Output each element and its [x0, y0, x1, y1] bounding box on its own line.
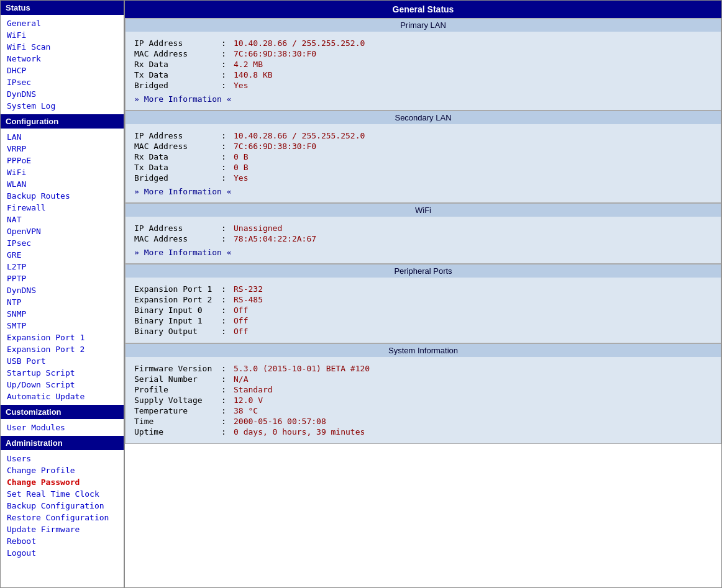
sidebar-item-users[interactable]: Users [1, 453, 124, 464]
field-label-3: Binary Input 1 [134, 315, 221, 326]
sidebar-item-expansion-port-1[interactable]: Expansion Port 1 [1, 332, 124, 343]
sidebar-item-set-real-time-clock[interactable]: Set Real Time Clock [1, 488, 124, 500]
sidebar-item-dyndns-config[interactable]: DynDNS [1, 284, 124, 296]
field-colon-1: : [221, 374, 234, 384]
field-label-1: MAC Address [134, 233, 221, 244]
more-info-link-1[interactable]: » More Information « [134, 187, 232, 196]
field-label-5: Time [134, 416, 221, 427]
sidebar-section-administration: UsersChange ProfileChange PasswordSet Re… [1, 450, 124, 561]
sidebar-item-lan[interactable]: LAN [1, 131, 124, 143]
field-label-2: Binary Input 0 [134, 305, 221, 315]
sidebar-item-pppoe[interactable]: PPPoE [1, 155, 124, 166]
field-colon-3: : [221, 395, 234, 405]
sidebar-item-update-firmware[interactable]: Update Firmware [1, 523, 124, 535]
section-wifi: WiFiIP Address:UnassignedMAC Address:78:… [125, 203, 721, 264]
sidebar-item-backup-configuration[interactable]: Backup Configuration [1, 500, 124, 512]
sidebar-item-gre[interactable]: GRE [1, 249, 124, 261]
sidebar-item-usb-port[interactable]: USB Port [1, 355, 124, 367]
sidebar-item-pptp[interactable]: PPTP [1, 273, 124, 284]
field-colon-0: : [221, 363, 234, 374]
table-row: MAC Address:78:A5:04:22:2A:67 [134, 233, 316, 244]
field-label-4: Bridged [134, 173, 221, 183]
sidebar-item-smtp[interactable]: SMTP [1, 320, 124, 332]
field-value-4: 38 °C [234, 405, 370, 416]
table-row: IP Address:Unassigned [134, 223, 316, 233]
section-content-3: Expansion Port 1:RS-232Expansion Port 2:… [126, 278, 721, 343]
sidebar-item-ipsec-config[interactable]: IPsec [1, 237, 124, 249]
field-value-4: Yes [234, 80, 365, 91]
sidebar-item-openvpn[interactable]: OpenVPN [1, 225, 124, 237]
field-value-0: 10.40.28.66 / 255.255.252.0 [234, 38, 365, 48]
sidebar-item-restore-configuration[interactable]: Restore Configuration [1, 512, 124, 523]
table-row: Supply Voltage:12.0 V [134, 395, 370, 405]
field-value-1: 7C:66:9D:38:30:F0 [234, 48, 365, 59]
field-colon-0: : [221, 284, 234, 294]
field-colon-4: : [221, 173, 234, 183]
sidebar-item-l2tp[interactable]: L2TP [1, 261, 124, 273]
info-table-0: IP Address:10.40.28.66 / 255.255.252.0MA… [134, 38, 365, 91]
field-value-2: Standard [234, 384, 370, 395]
field-value-1: N/A [234, 374, 370, 384]
field-value-0: 10.40.28.66 / 255.255.252.0 [234, 130, 365, 141]
sidebar-section-configuration: LANVRRPPPPoEWiFiWLANBackup RoutesFirewal… [1, 129, 124, 405]
sidebar-item-vrrp[interactable]: VRRP [1, 143, 124, 155]
sidebar-item-ntp[interactable]: NTP [1, 296, 124, 308]
field-colon-4: : [221, 326, 234, 337]
sidebar-item-dhcp[interactable]: DHCP [1, 65, 124, 76]
table-row: Firmware Version:5.3.0 (2015-10-01) BETA… [134, 363, 370, 374]
sidebar-item-user-modules[interactable]: User Modules [1, 422, 124, 433]
section-system-information: System InformationFirmware Version:5.3.0… [125, 343, 721, 444]
table-row: Expansion Port 2:RS-485 [134, 294, 263, 305]
sidebar-item-nat[interactable]: NAT [1, 214, 124, 225]
sidebar-item-automatic-update[interactable]: Automatic Update [1, 391, 124, 402]
field-label-0: IP Address [134, 223, 221, 233]
sidebar-item-backup-routes[interactable]: Backup Routes [1, 190, 124, 202]
field-label-0: IP Address [134, 38, 221, 48]
field-colon-0: : [221, 130, 234, 141]
info-table-4: Firmware Version:5.3.0 (2015-10-01) BETA… [134, 363, 370, 437]
section-content-1: IP Address:10.40.28.66 / 255.255.252.0MA… [126, 124, 721, 202]
sidebar-item-wifi-config[interactable]: WiFi [1, 166, 124, 178]
sidebar-item-dyndns-status[interactable]: DynDNS [1, 88, 124, 100]
field-colon-1: : [221, 48, 234, 59]
main-title: General Status [125, 1, 721, 18]
field-value-0: Unassigned [234, 223, 316, 233]
sidebar-item-reboot[interactable]: Reboot [1, 535, 124, 547]
table-row: Temperature:38 °C [134, 405, 370, 416]
sidebar-item-change-profile[interactable]: Change Profile [1, 464, 124, 476]
table-row: Binary Input 1:Off [134, 315, 263, 326]
sidebar-section-header-status: Status [1, 1, 124, 15]
more-info-link-2[interactable]: » More Information « [134, 248, 232, 257]
section-header-2: WiFi [126, 204, 721, 217]
sidebar-section-header-configuration: Configuration [1, 114, 124, 129]
field-colon-3: : [221, 162, 234, 173]
field-colon-5: : [221, 416, 234, 427]
field-colon-1: : [221, 141, 234, 152]
sidebar-item-up-down-script[interactable]: Up/Down Script [1, 379, 124, 391]
field-value-1: RS-485 [234, 294, 263, 305]
sidebar-section-header-administration: Administration [1, 436, 124, 450]
sidebar-item-change-password[interactable]: Change Password [1, 476, 124, 488]
sidebar-item-network[interactable]: Network [1, 53, 124, 65]
sidebar-item-logout[interactable]: Logout [1, 547, 124, 559]
sidebar-item-wifi[interactable]: WiFi [1, 29, 124, 41]
sidebar-item-wifi-scan[interactable]: WiFi Scan [1, 41, 124, 53]
field-colon-0: : [221, 223, 234, 233]
field-colon-3: : [221, 70, 234, 80]
sidebar-item-general[interactable]: General [1, 17, 124, 29]
sidebar-section-status: GeneralWiFiWiFi ScanNetworkDHCPIPsecDynD… [1, 15, 124, 114]
field-value-1: 78:A5:04:22:2A:67 [234, 233, 316, 244]
field-colon-0: : [221, 38, 234, 48]
field-label-4: Binary Output [134, 326, 221, 337]
sidebar-item-snmp[interactable]: SNMP [1, 308, 124, 320]
sidebar-item-wlan[interactable]: WLAN [1, 178, 124, 190]
sidebar-item-startup-script[interactable]: Startup Script [1, 367, 124, 379]
sidebar-item-ipsec-status[interactable]: IPsec [1, 76, 124, 88]
sidebar-item-system-log[interactable]: System Log [1, 100, 124, 112]
field-label-4: Bridged [134, 80, 221, 91]
table-row: Uptime:0 days, 0 hours, 39 minutes [134, 427, 370, 437]
sidebar-item-firewall[interactable]: Firewall [1, 202, 124, 214]
field-label-4: Temperature [134, 405, 221, 416]
sidebar-item-expansion-port-2[interactable]: Expansion Port 2 [1, 343, 124, 355]
more-info-link-0[interactable]: » More Information « [134, 94, 232, 104]
